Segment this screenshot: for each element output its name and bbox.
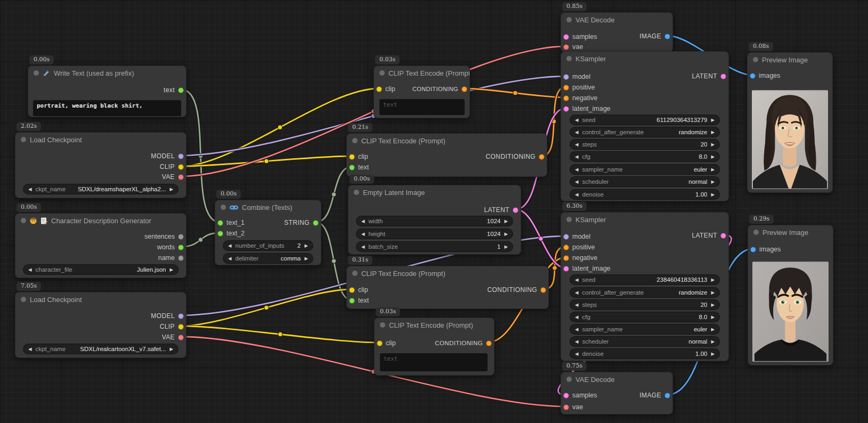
output-slot-vae[interactable]: VAE bbox=[162, 173, 184, 181]
widget-sampler-name[interactable]: ◀sampler_nameeuler▶ bbox=[570, 164, 720, 175]
widget-height[interactable]: ◀height1024▶ bbox=[356, 229, 513, 239]
node-load-checkpoint-2[interactable]: 7.05s Load Checkpoint MODEL CLIP VAE ◀ c… bbox=[15, 292, 186, 358]
slot-dot[interactable] bbox=[563, 85, 569, 91]
output-slot-conditioning[interactable]: CONDITIONING bbox=[435, 339, 492, 347]
input-slot-vae[interactable]: vae bbox=[563, 403, 583, 411]
output-slot-conditioning[interactable]: CONDITIONING bbox=[488, 286, 546, 294]
text-input[interactable]: portrait, wearing black shirt, bbox=[33, 100, 181, 116]
decrement-arrow[interactable]: ◀ bbox=[575, 327, 579, 332]
slot-dot[interactable] bbox=[720, 74, 726, 79]
node-titlebar[interactable]: Empty Latent Image bbox=[348, 185, 521, 199]
output-slot-clip[interactable]: CLIP bbox=[160, 162, 184, 171]
widget-scheduler[interactable]: ◀schedulernormal▶ bbox=[570, 176, 720, 187]
widget-character-file[interactable]: ◀ character_file Julien.json ▶ bbox=[23, 264, 179, 275]
slot-dot[interactable] bbox=[178, 87, 184, 93]
decrement-arrow[interactable]: ◀ bbox=[575, 118, 579, 123]
increment-arrow[interactable]: ▶ bbox=[711, 118, 715, 123]
widget-sampler-name[interactable]: ◀sampler_nameeuler▶ bbox=[570, 324, 720, 335]
input-slot-vae[interactable]: vae bbox=[563, 43, 583, 51]
slot-dot[interactable] bbox=[178, 234, 184, 240]
decrement-arrow[interactable]: ◀ bbox=[28, 347, 32, 352]
output-slot-image[interactable]: IMAGE bbox=[639, 391, 670, 400]
slot-dot[interactable] bbox=[539, 154, 545, 160]
input-slot-images[interactable]: images bbox=[750, 245, 781, 254]
widget-steps[interactable]: ◀steps20▶ bbox=[570, 299, 720, 310]
increment-arrow[interactable]: ▶ bbox=[711, 180, 715, 184]
widget-steps[interactable]: ◀steps20▶ bbox=[570, 139, 720, 150]
node-ksampler-1[interactable]: KSampler model positive negative latent_… bbox=[561, 51, 729, 201]
input-slot-model[interactable]: model bbox=[563, 72, 590, 81]
decrement-arrow[interactable]: ◀ bbox=[361, 232, 365, 237]
decrement-arrow[interactable]: ◀ bbox=[361, 219, 365, 224]
slot-dot[interactable] bbox=[563, 34, 569, 40]
collapse-dot[interactable] bbox=[34, 70, 39, 76]
slot-dot[interactable] bbox=[563, 106, 569, 112]
node-titlebar[interactable]: CLIP Text Encode (Prompt) bbox=[347, 134, 547, 148]
slot-dot[interactable] bbox=[376, 86, 382, 92]
output-slot-image[interactable]: IMAGE bbox=[639, 32, 670, 40]
decrement-arrow[interactable]: ◀ bbox=[575, 290, 579, 295]
widget-ckpt-name[interactable]: ◀ ckpt_name SDXL/realcartoonXL_v7.safet.… bbox=[23, 344, 179, 354]
increment-arrow[interactable]: ▶ bbox=[711, 167, 715, 172]
node-titlebar[interactable]: Preview Image bbox=[748, 53, 832, 67]
slot-dot[interactable] bbox=[486, 340, 492, 346]
input-slot-positive[interactable]: positive bbox=[563, 83, 595, 92]
slot-dot[interactable] bbox=[563, 404, 569, 410]
input-slot-text-1[interactable]: text_1 bbox=[217, 218, 245, 227]
collapse-dot[interactable] bbox=[566, 56, 572, 61]
slot-dot[interactable] bbox=[664, 393, 670, 398]
collapse-dot[interactable] bbox=[753, 230, 759, 235]
increment-arrow[interactable]: ▶ bbox=[504, 232, 508, 237]
slot-dot[interactable] bbox=[178, 174, 184, 180]
increment-arrow[interactable]: ▶ bbox=[711, 339, 715, 344]
output-slot-latent[interactable]: LATENT bbox=[484, 206, 518, 214]
decrement-arrow[interactable]: ◀ bbox=[575, 278, 579, 282]
increment-arrow[interactable]: ▶ bbox=[711, 290, 715, 295]
decrement-arrow[interactable]: ◀ bbox=[575, 167, 579, 172]
node-titlebar[interactable]: Load Checkpoint bbox=[15, 292, 186, 306]
decrement-arrow[interactable]: ◀ bbox=[575, 142, 579, 147]
node-combine-texts[interactable]: 0.00s Combine (Texts) text_1 text_2 STRI… bbox=[215, 200, 321, 265]
node-titlebar[interactable]: Write Text (used as prefix) bbox=[28, 66, 186, 80]
input-slot-images[interactable]: images bbox=[750, 71, 780, 80]
slot-dot[interactable] bbox=[720, 233, 726, 239]
collapse-dot[interactable] bbox=[352, 138, 358, 143]
increment-arrow[interactable]: ▶ bbox=[711, 130, 715, 135]
slot-dot[interactable] bbox=[178, 164, 184, 170]
node-titlebar[interactable]: CLIP Text Encode (Prompt) bbox=[347, 266, 548, 280]
prompt-text-input[interactable]: text bbox=[380, 353, 488, 371]
slot-dot[interactable] bbox=[178, 313, 184, 319]
input-slot-model[interactable]: model bbox=[563, 232, 590, 241]
node-clip-text-encode-positive-1[interactable]: 0.21s CLIP Text Encode (Prompt) clip tex… bbox=[346, 133, 547, 177]
slot-dot[interactable] bbox=[750, 247, 756, 253]
decrement-arrow[interactable]: ◀ bbox=[575, 180, 579, 184]
slot-dot[interactable] bbox=[563, 74, 569, 80]
node-titlebar[interactable]: CLIP Text Encode (Prompt) bbox=[375, 318, 494, 332]
node-titlebar[interactable]: VAE Decode bbox=[561, 372, 672, 386]
slot-dot[interactable] bbox=[563, 95, 569, 101]
widget-width[interactable]: ◀width1024▶ bbox=[356, 216, 513, 226]
node-graph-canvas[interactable]: 0.00s Write Text (used as prefix) text p… bbox=[0, 0, 868, 423]
decrement-arrow[interactable]: ◀ bbox=[361, 245, 365, 249]
slot-dot[interactable] bbox=[349, 165, 355, 170]
collapse-dot[interactable] bbox=[379, 70, 385, 76]
slot-dot[interactable] bbox=[178, 324, 184, 330]
decrement-arrow[interactable]: ◀ bbox=[575, 339, 579, 344]
node-titlebar[interactable]: VAE Decode bbox=[561, 13, 672, 27]
slot-dot[interactable] bbox=[750, 73, 756, 79]
widget-denoise[interactable]: ◀denoise1.00▶ bbox=[570, 348, 720, 359]
slot-dot[interactable] bbox=[217, 231, 223, 237]
widget-scheduler[interactable]: ◀schedulernormal▶ bbox=[570, 336, 720, 347]
input-slot-latent-image[interactable]: latent_image bbox=[563, 104, 611, 113]
widget-seed[interactable]: ◀seed611290364313279▶ bbox=[570, 115, 720, 125]
collapse-dot[interactable] bbox=[566, 17, 572, 22]
decrement-arrow[interactable]: ◀ bbox=[575, 315, 579, 320]
input-slot-clip[interactable]: clip bbox=[349, 152, 368, 161]
decrement-arrow[interactable]: ◀ bbox=[28, 187, 32, 192]
input-slot-samples[interactable]: samples bbox=[563, 32, 597, 41]
input-slot-text[interactable]: text bbox=[349, 163, 369, 172]
node-titlebar[interactable]: CLIP Text Encode (Prompt) bbox=[374, 66, 469, 80]
output-slot-conditioning[interactable]: CONDITIONING bbox=[486, 152, 545, 161]
node-titlebar[interactable]: KSampler bbox=[561, 213, 728, 226]
collapse-dot[interactable] bbox=[566, 377, 572, 382]
